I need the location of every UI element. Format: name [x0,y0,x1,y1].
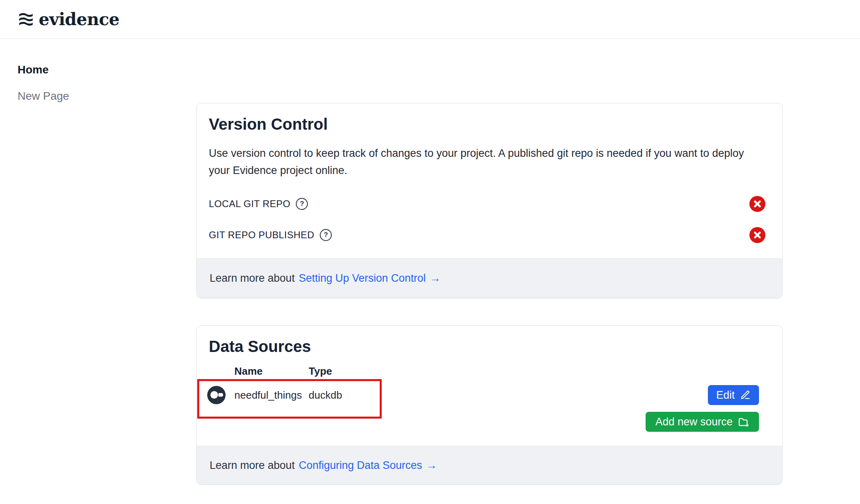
data-sources-card: Data Sources Name Type needful_things du… [196,325,783,485]
learn-more-text: Learn more about [210,459,295,472]
edit-source-button[interactable]: Edit [708,385,759,405]
add-button-label: Add new source [655,416,733,428]
data-source-row: needful_things duckdb Edit [209,383,770,407]
help-icon[interactable]: ? [320,229,332,241]
edit-button-label: Edit [716,389,735,401]
local-git-repo-label: LOCAL GIT REPO [209,198,290,210]
pencil-icon [740,390,751,400]
sidebar-item-new-page[interactable]: New Page [18,89,69,103]
add-new-source-button[interactable]: Add new source [646,412,759,432]
data-sources-title: Data Sources [209,337,770,356]
arrow-right-icon: → [426,459,437,472]
configuring-data-sources-link[interactable]: Configuring Data Sources → [299,459,437,472]
version-control-title: Version Control [209,115,770,134]
sidebar: Home New Page [18,63,69,103]
setting-up-version-control-link[interactable]: Setting Up Version Control → [299,272,440,285]
source-type: duckdb [309,389,342,401]
sidebar-item-home[interactable]: Home [18,63,69,77]
link-label: Setting Up Version Control [299,272,426,285]
git-repo-published-label: GIT REPO PUBLISHED [209,229,314,241]
folder-plus-icon [738,416,749,427]
version-control-card: Version Control Use version control to k… [196,103,783,298]
error-status-icon [749,227,765,243]
source-name: needful_things [234,389,309,401]
source-icon-cell [209,386,234,404]
learn-more-text: Learn more about [210,272,295,285]
evidence-logo[interactable]: evidence [18,10,119,29]
logo-wordmark: evidence [39,10,119,29]
duckdb-logo-icon [207,386,226,404]
local-git-repo-row: LOCAL GIT REPO ? [209,196,770,212]
link-label: Configuring Data Sources [299,459,422,472]
add-source-row: Add new source [209,412,770,432]
git-repo-published-row: GIT REPO PUBLISHED ? [209,227,770,243]
column-header-type: Type [309,365,332,378]
data-sources-table-header: Name Type [209,363,770,379]
evidence-waves-icon [18,11,34,27]
version-control-description: Use version control to keep track of cha… [209,145,768,179]
column-header-name: Name [234,365,309,378]
error-status-icon [749,196,765,212]
version-control-footer: Learn more about Setting Up Version Cont… [197,258,782,298]
data-sources-footer: Learn more about Configuring Data Source… [197,446,782,484]
app-header: evidence [0,0,860,39]
arrow-right-icon: → [430,272,440,285]
help-icon[interactable]: ? [296,198,308,210]
